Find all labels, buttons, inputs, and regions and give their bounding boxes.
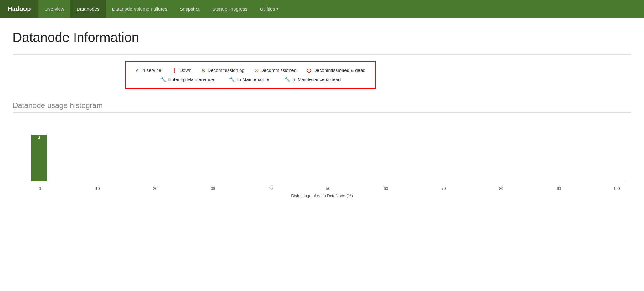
page-title: Datanode Information <box>13 30 631 45</box>
nav-link-snapshot[interactable]: Snapshot <box>173 0 206 18</box>
status-entering-maintenance: 🔧 Entering Maintenance <box>160 76 214 82</box>
bars-area: 4 <box>31 122 625 181</box>
status-decommissioning: ⊘ Decommissioning <box>202 67 245 73</box>
x-label-80: 80 <box>493 186 510 191</box>
title-divider <box>13 54 631 55</box>
nav-link-startup-progress[interactable]: Startup Progress <box>206 0 254 18</box>
in-maintenance-label: In Maintenance <box>237 77 269 82</box>
nav-link-overview[interactable]: Overview <box>38 0 70 18</box>
in-maintenance-icon: 🔧 <box>229 76 235 82</box>
nav-links: Overview Datanodes Datanode Volume Failu… <box>38 0 284 18</box>
status-in-maintenance-dead: 🔧 In Maintenance & dead <box>284 76 341 82</box>
utilities-dropdown-arrow: ▾ <box>276 7 278 11</box>
x-label-20: 20 <box>147 186 164 191</box>
decommissioned-icon: ⊘ <box>255 67 259 73</box>
status-down: ❗ Down <box>171 67 191 73</box>
down-icon: ❗ <box>171 67 178 73</box>
x-label-60: 60 <box>377 186 394 191</box>
status-legend: ✔ In service ❗ Down ⊘ Decommissioning ⊘ … <box>125 61 376 89</box>
x-label-40: 40 <box>262 186 279 191</box>
status-decommissioned-dead: ⏻ Decommissioned & dead <box>307 68 366 73</box>
bar-wrapper-0: 4 <box>31 135 49 181</box>
x-label-10: 10 <box>89 186 106 191</box>
decommissioning-icon: ⊘ <box>202 67 206 73</box>
entering-maintenance-icon: 🔧 <box>160 76 166 82</box>
histogram-bar-0: 4 <box>31 135 47 181</box>
page-content: Datanode Information ✔ In service ❗ Down… <box>0 18 644 291</box>
status-legend-row-1: ✔ In service ❗ Down ⊘ Decommissioning ⊘ … <box>135 67 366 73</box>
decommissioned-dead-label: Decommissioned & dead <box>313 68 366 73</box>
decommissioned-dead-icon: ⏻ <box>307 68 312 73</box>
x-label-30: 30 <box>204 186 222 191</box>
histogram-section: Datanode usage histogram 4 0 10 <box>13 101 631 198</box>
x-label-70: 70 <box>435 186 452 191</box>
navbar: Hadoop Overview Datanodes Datanode Volum… <box>0 0 644 18</box>
x-label-100: 100 <box>608 186 625 191</box>
histogram-title: Datanode usage histogram <box>13 101 631 110</box>
x-label-0: 0 <box>31 186 49 191</box>
in-maintenance-dead-icon: 🔧 <box>284 76 291 82</box>
histogram-divider <box>13 112 631 113</box>
decommissioning-label: Decommissioning <box>208 68 245 73</box>
in-maintenance-dead-label: In Maintenance & dead <box>292 77 341 82</box>
chart-area: 4 0 10 20 30 40 50 60 70 80 90 <box>31 122 625 191</box>
entering-maintenance-label: Entering Maintenance <box>168 77 214 82</box>
x-label-90: 90 <box>550 186 568 191</box>
nav-link-utilities[interactable]: Utilities ▾ <box>254 0 284 18</box>
histogram-container: 4 0 10 20 30 40 50 60 70 80 90 <box>19 122 625 198</box>
bar-value-0: 4 <box>31 136 47 140</box>
nav-link-datanodes[interactable]: Datanodes <box>70 0 106 18</box>
down-label: Down <box>179 68 191 73</box>
status-legend-row-2: 🔧 Entering Maintenance 🔧 In Maintenance … <box>135 76 366 82</box>
nav-link-volume-failures[interactable]: Datanode Volume Failures <box>106 0 174 18</box>
x-label-50: 50 <box>320 186 337 191</box>
decommissioned-label: Decommissioned <box>260 68 296 73</box>
status-decommissioned: ⊘ Decommissioned <box>255 67 296 73</box>
status-in-service: ✔ In service <box>135 67 161 73</box>
x-axis-line <box>31 181 625 181</box>
x-axis-title: Disk usage of each DataNode (%) <box>19 193 625 198</box>
check-icon: ✔ <box>135 67 139 73</box>
x-axis-labels: 0 10 20 30 40 50 60 70 80 90 100 <box>31 185 625 191</box>
nav-brand[interactable]: Hadoop <box>0 0 38 18</box>
status-in-maintenance: 🔧 In Maintenance <box>229 76 269 82</box>
in-service-label: In service <box>141 68 161 73</box>
